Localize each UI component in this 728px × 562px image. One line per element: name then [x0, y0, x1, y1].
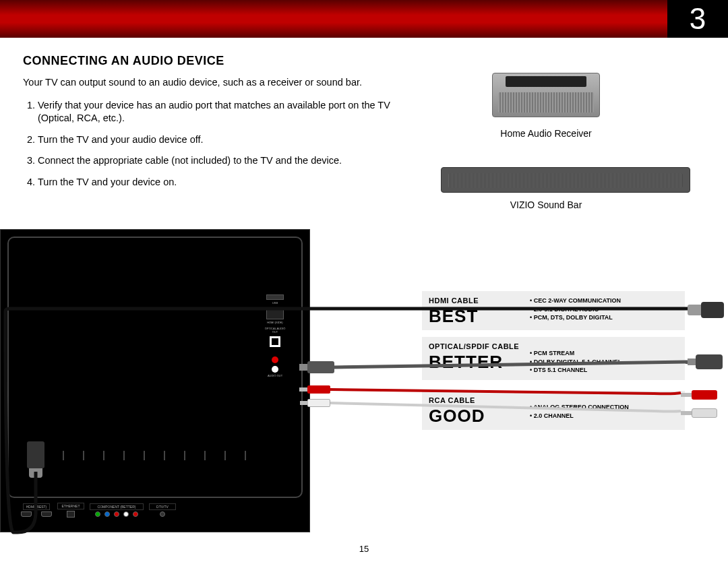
usb-port-label: USB	[262, 301, 288, 305]
optical-connector-right-icon	[688, 354, 723, 369]
component-jack-icon	[133, 511, 138, 517]
component-jack-icon	[114, 511, 119, 517]
hdmi-port-icon	[21, 511, 32, 517]
steps-list: Verify that your device has an audio por…	[23, 99, 400, 189]
optical-cable-box: OPTICAL/SPDIF CABLE BETTER PCM STREAM DO…	[422, 337, 685, 380]
cable-bullets: ANALOG STEREO CONNECTION 2.0 CHANNEL	[530, 403, 629, 420]
optical-port-icon	[270, 336, 280, 347]
cable-bullets: PCM STREAM DOLBY DIGITAL 5.1 CHANNEL DTS…	[530, 349, 621, 375]
optical-port-label: OPTICAL AUDIO OUT	[262, 327, 288, 334]
cable-bullets: CEC 2-WAY COMMUNICATION 2.0-5.1 DIGITAL …	[530, 296, 621, 322]
rca-red-connector-right-icon	[681, 388, 717, 400]
rca-red-port-icon	[272, 356, 278, 363]
hdmi-best-label: HDMI (BEST)	[23, 503, 51, 510]
component-label: COMPONENT (BETTER)	[90, 503, 144, 510]
header-bar: 3	[0, 0, 728, 38]
soundbar-illustration	[441, 167, 690, 193]
home-receiver-illustration	[492, 73, 600, 117]
rca-white-connector-right-icon	[681, 406, 717, 418]
hdmi-side-port-icon	[266, 307, 284, 319]
component-jack-icon	[123, 511, 129, 517]
text-column: CONNECTING AN AUDIO DEVICE Your TV can o…	[23, 54, 400, 197]
soundbar-caption: VIZIO Sound Bar	[485, 199, 607, 210]
coax-port-icon	[160, 511, 165, 517]
dtv-label: DTV/TV	[149, 503, 176, 510]
component-jack-icon	[95, 511, 100, 517]
chapter-number: 3	[667, 0, 728, 38]
rca-white-port-icon	[272, 366, 278, 373]
component-jack-icon	[104, 511, 110, 517]
hdmi-connector-right-icon	[688, 302, 724, 318]
step-item: Turn the TV and your audio device off.	[38, 133, 400, 147]
tv-back-diagram: USB HDMI (SIDE) OPTICAL AUDIO OUT AUDIO …	[0, 229, 310, 532]
tv-bottom-port-panel: HDMI (BEST) ETHERNET COMPONENT (BETTER) …	[21, 497, 289, 524]
hdmi-plug-bottom-icon	[27, 441, 44, 478]
ethernet-label: ETHERNET	[57, 503, 84, 509]
receiver-caption: Home Audio Receiver	[485, 128, 607, 139]
step-item: Verify that your device has an audio por…	[38, 99, 400, 125]
rca-cable-box: RCA CABLE GOOD ANALOG STEREO CONNECTION …	[422, 391, 685, 430]
audio-out-label: AUDIO OUT	[262, 374, 288, 377]
rca-red-plug-left-icon	[307, 385, 330, 394]
ethernet-port-icon	[67, 511, 75, 518]
optical-plug-left-icon	[307, 361, 334, 373]
step-item: Turn the TV and your device on.	[38, 176, 400, 189]
step-item: Connect the appropriate cable (not inclu…	[38, 154, 400, 168]
section-heading: CONNECTING AN AUDIO DEVICE	[23, 54, 400, 68]
usb-port-icon	[266, 294, 284, 300]
intro-paragraph: Your TV can output sound to an audio dev…	[23, 76, 400, 90]
hdmi-port-icon	[41, 511, 52, 517]
page-number-footer: 15	[0, 544, 728, 554]
rca-white-plug-left-icon	[307, 399, 330, 407]
tv-side-port-panel: USB HDMI (SIDE) OPTICAL AUDIO OUT AUDIO …	[262, 292, 288, 427]
hdmi-cable-box: HDMI CABLE BEST CEC 2-WAY COMMUNICATION …	[422, 291, 685, 330]
